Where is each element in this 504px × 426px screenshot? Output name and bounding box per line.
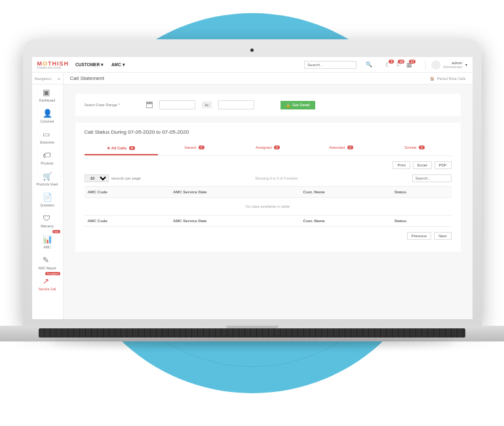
user-menu[interactable]: admin Administrator ▾ [425,60,467,69]
tab-all-calls[interactable]: ★ All Calls 0 [85,142,158,155]
app-screen: MOTHISH POWER SOLUTION CUSTOMER ▾ AMC ▾ … [32,57,473,319]
to-label: to [202,102,212,108]
breadcrumb: 🏠 Period Wise Calls [430,77,465,81]
sidebar-item-products-used[interactable]: 🛒Products Used [32,168,63,189]
print-button[interactable]: Print [393,161,410,169]
column-header[interactable]: AMC Service Date [170,187,300,198]
column-footer: AMC Service Date [170,216,300,227]
tab-attended[interactable]: Attended 0 [305,142,378,155]
notification-grid[interactable]: ▦27 [406,62,412,68]
date-to-input[interactable] [218,100,254,109]
pdf-button[interactable]: PDF [435,161,452,169]
status-tabs: ★ All Calls 0Vacant 0Assigned 0Attended … [85,142,452,156]
topbar: MOTHISH POWER SOLUTION CUSTOMER ▾ AMC ▾ … [32,57,473,73]
sidebar-toggle-icon[interactable]: ≡ [58,77,60,81]
get-detail-button[interactable]: 🔒 Get Detail [281,101,315,109]
data-table: AMC CodeAMC Service DateCust. NameStatus… [85,186,452,227]
sidebar-heading: Navigation [35,77,52,81]
sidebar-item-amc-report[interactable]: ✎AMC Report [32,252,63,273]
lock-icon: 🔒 [286,103,290,107]
tab-solved[interactable]: Solved 0 [378,142,452,155]
tab-assigned[interactable]: Assigned 0 [231,142,305,155]
pager-next[interactable]: Next [434,232,451,240]
home-icon[interactable]: 🏠 [430,77,435,81]
menu-customer[interactable]: CUSTOMER ▾ [75,62,104,68]
search-icon[interactable]: 🔍 [366,62,372,68]
column-header[interactable]: AMC Code [85,187,170,198]
table-search-input[interactable] [412,174,452,182]
panel-title: Call Status During 07-05-2020 to 07-05-2… [85,129,452,135]
chevron-down-icon: ▾ [465,62,467,67]
sidebar-item-executive[interactable]: ▭Executive [32,126,63,147]
pager-previous[interactable]: Previous [407,232,431,240]
empty-message: No data available in table [85,198,452,216]
notification-bell[interactable]: ☾3 [385,62,391,68]
search-input[interactable] [304,61,357,69]
date-range-label: Select Date Range * [85,103,120,107]
sidebar: Navigation ≡ ▣Dashboard👤Customer▭Executi… [32,73,64,319]
column-header[interactable]: Cust. Name [300,187,391,198]
webcam [250,48,254,52]
column-footer: Status [391,216,452,227]
tab-vacant[interactable]: Vacant 0 [158,142,231,155]
sidebar-item-quotation[interactable]: 📄Quotation [32,189,63,210]
records-per-page-select[interactable]: 10 [85,174,109,182]
date-from-input[interactable] [159,100,195,109]
column-footer: Cust. Name [300,216,391,227]
notification-flag[interactable]: ⚐18 [396,62,401,68]
per-page-label: records per page [111,176,141,180]
page-title: Call Statement [70,75,104,81]
column-header[interactable]: Status [391,187,452,198]
logo: MOTHISH POWER SOLUTION [37,60,69,69]
menu-amc[interactable]: AMC ▾ [111,62,125,68]
sidebar-item-amc[interactable]: new📊AMC [32,231,63,252]
filter-bar: Select Date Range * to 🔒 Get Detail [75,94,461,116]
sidebar-item-customer[interactable]: 👤Customer [32,106,63,126]
sidebar-item-warranty[interactable]: 🛡Warranty [32,210,63,231]
sidebar-item-products[interactable]: 🏷Products [32,147,63,168]
excel-button[interactable]: Excel [413,161,432,169]
showing-info: Showing 0 to 0 of 0 entries [141,176,412,180]
column-footer: AMC Code [85,216,170,227]
avatar [431,60,440,69]
sidebar-item-dashboard[interactable]: ▣Dashboard [32,85,63,106]
calendar-icon[interactable] [146,102,153,108]
sidebar-item-service-call[interactable]: Complaint↗Service Call [32,273,63,294]
